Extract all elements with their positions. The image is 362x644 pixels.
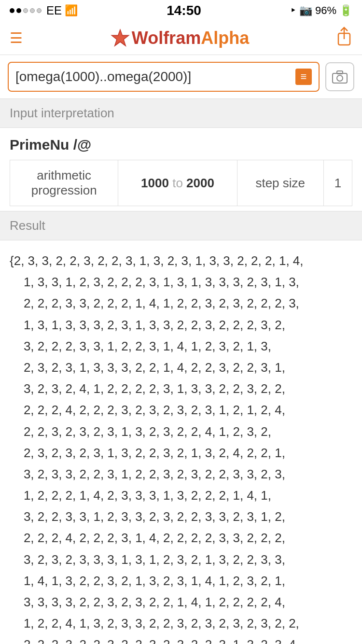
nav-bar: ☰ WolframAlpha	[0, 21, 362, 55]
table-cell-step-label: step size	[237, 160, 323, 206]
range-to: to	[172, 176, 186, 190]
table-cell-step-value: 1	[323, 160, 352, 206]
signal-dot-5	[37, 8, 42, 13]
interpretation-label: Input interpretation	[10, 106, 114, 120]
table-cell-range: 1000 to 2000	[118, 160, 237, 206]
signal-dots	[10, 8, 42, 13]
wifi-icon: 📶	[65, 4, 78, 17]
result-section: {2, 3, 3, 2, 2, 3, 2, 2, 3, 1, 3, 2, 3, …	[0, 240, 362, 644]
logo-alpha-text: Alpha	[201, 28, 249, 48]
search-box[interactable]: [omega(1000)..omega(2000)] ≡	[8, 62, 320, 92]
status-time: 14:50	[167, 3, 201, 18]
search-input[interactable]: [omega(1000)..omega(2000)]	[15, 69, 295, 84]
battery-icon: 🔋	[339, 4, 352, 17]
wolfram-star-icon	[110, 28, 131, 49]
interpretation-table: arithmeticprogression 1000 to 2000 step …	[10, 160, 352, 206]
result-section-header: Result	[0, 211, 362, 240]
svg-marker-1	[112, 30, 127, 44]
location-icon: ‣	[290, 4, 296, 17]
logo-wolfram-text: Wolfram	[132, 28, 201, 48]
status-right: ‣ 📷 96% 🔋	[290, 4, 352, 17]
interpretation-section-header: Input interpretation	[0, 98, 362, 128]
share-icon[interactable]	[336, 27, 352, 49]
signal-dot-1	[10, 8, 14, 13]
battery-percent: 96%	[315, 4, 336, 17]
signal-dot-3	[23, 8, 28, 13]
status-left: EE 📶	[10, 4, 78, 17]
result-label: Result	[10, 218, 45, 233]
clear-button[interactable]: ≡	[295, 69, 312, 85]
bluetooth-icon: 📷	[299, 4, 312, 17]
menu-icon[interactable]: ☰	[10, 29, 23, 46]
range-end: 2000	[186, 176, 214, 190]
signal-dot-4	[30, 8, 35, 13]
svg-rect-6	[337, 71, 343, 74]
status-bar: EE 📶 14:50 ‣ 📷 96% 🔋	[0, 0, 362, 21]
signal-dot-2	[16, 8, 21, 13]
camera-button[interactable]	[325, 62, 354, 91]
carrier-label: EE	[46, 4, 62, 17]
result-content: {2, 3, 3, 2, 2, 3, 2, 2, 3, 1, 3, 2, 3, …	[0, 240, 362, 644]
interpretation-content: PrimeNu /@ arithmeticprogression 1000 to…	[0, 128, 362, 211]
search-container: [omega(1000)..omega(2000)] ≡	[0, 55, 362, 98]
logo: WolframAlpha	[110, 28, 249, 49]
interpretation-title: PrimeNu /@	[10, 137, 352, 153]
svg-point-5	[337, 75, 343, 81]
range-start: 1000	[141, 176, 169, 190]
table-cell-progression: arithmeticprogression	[10, 160, 118, 206]
table-row: arithmeticprogression 1000 to 2000 step …	[10, 160, 352, 206]
